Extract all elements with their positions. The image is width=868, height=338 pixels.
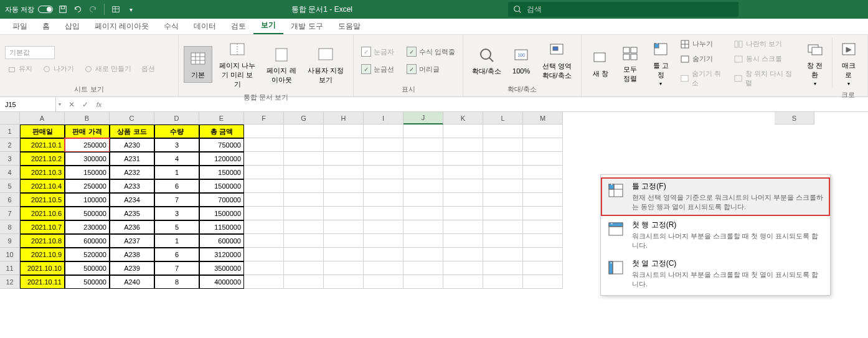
table-cell[interactable]: 2021.10.9 [20,248,65,261]
empty-cell[interactable] [284,275,324,289]
empty-cell[interactable] [523,220,563,234]
table-cell[interactable]: 4000000 [199,275,244,289]
table-cell[interactable]: A235 [110,207,154,220]
save-icon[interactable] [58,4,68,14]
table-cell[interactable]: 2021.10.7 [20,220,65,234]
empty-cell[interactable] [483,193,523,207]
empty-cell[interactable] [403,248,443,261]
row-header-9[interactable]: 9 [0,234,20,248]
col-header-I[interactable]: I [364,112,403,124]
row-header-12[interactable]: 12 [0,275,20,289]
col-header-J[interactable]: J [403,112,443,124]
col-header-E[interactable]: E [199,112,244,124]
table-cell[interactable]: A233 [110,179,154,193]
col-header-D[interactable]: D [154,112,199,124]
empty-cell[interactable] [523,207,563,220]
col-header-F[interactable]: F [244,112,284,124]
undo-icon[interactable] [73,4,83,14]
empty-cell[interactable] [364,207,403,220]
empty-cell[interactable] [443,166,483,179]
table-cell[interactable]: 500000 [65,207,110,220]
empty-cell[interactable] [244,193,284,207]
empty-cell[interactable] [403,275,443,289]
table-cell[interactable]: 250000 [65,138,110,152]
empty-cell[interactable] [364,152,403,166]
empty-cell[interactable] [244,248,284,261]
table-cell[interactable]: 5 [154,220,199,234]
freeze-first-col-menuitem[interactable]: * 첫 열 고정(C) 워크시트의 나머지 부분을 스크롤할 때 첫 열이 표시… [601,255,830,293]
empty-cell[interactable] [244,138,284,152]
empty-cell[interactable] [523,152,563,166]
empty-cell[interactable] [483,152,523,166]
table-cell[interactable]: 2021.10.4 [20,179,65,193]
empty-cell[interactable] [244,166,284,179]
empty-cell[interactable] [284,248,324,261]
empty-cell[interactable] [403,261,443,275]
empty-cell[interactable] [244,179,284,193]
empty-cell[interactable] [483,124,523,138]
empty-cell[interactable] [443,193,483,207]
empty-cell[interactable] [443,138,483,152]
empty-cell[interactable] [364,179,403,193]
zoom-100-button[interactable]: 100 100% [507,44,535,77]
redo-icon[interactable] [88,4,98,14]
col-header-S[interactable]: S [775,112,814,124]
empty-cell[interactable] [443,124,483,138]
table-cell[interactable]: 8 [154,275,199,289]
macros-button[interactable]: 매크로 ▾ [835,37,862,89]
empty-cell[interactable] [523,248,563,261]
empty-cell[interactable] [284,193,324,207]
sheet-view-default[interactable]: 기본값 [5,46,55,59]
table-header[interactable]: 판매 가격 [65,124,110,138]
empty-cell[interactable] [403,207,443,220]
empty-cell[interactable] [284,152,324,166]
table-cell[interactable]: 3 [154,207,199,220]
table-header[interactable]: 판매일 [20,124,65,138]
new-window-button[interactable]: 새 창 [587,45,614,81]
empty-cell[interactable] [403,234,443,248]
table-cell[interactable]: 750000 [199,138,244,152]
empty-cell[interactable] [443,261,483,275]
table-cell[interactable]: A234 [110,193,154,207]
empty-cell[interactable] [403,220,443,234]
table-cell[interactable]: 2021.10.10 [20,261,65,275]
table-cell[interactable]: 250000 [65,179,110,193]
freeze-panes-menuitem[interactable]: * 틀 고정(F) 현재 선택 영역을 기준으로 워크시트의 나머지 부분을 스… [601,177,830,216]
table-cell[interactable]: A238 [110,248,154,261]
table-cell[interactable]: 600000 [65,234,110,248]
empty-cell[interactable] [483,166,523,179]
tab-developer[interactable]: 개발 도구 [283,19,330,34]
row-header-4[interactable]: 4 [0,166,20,179]
empty-cell[interactable] [364,261,403,275]
row-header-11[interactable]: 11 [0,261,20,275]
empty-cell[interactable] [324,124,364,138]
fx-icon[interactable]: fx [93,99,105,110]
empty-cell[interactable] [403,166,443,179]
table-cell[interactable]: 3500000 [199,261,244,275]
tab-review[interactable]: 검토 [224,19,253,34]
table-cell[interactable]: 300000 [65,152,110,166]
empty-cell[interactable] [364,193,403,207]
arrange-button[interactable]: 모두 정렬 [616,41,644,86]
tab-pagelayout[interactable]: 페이지 레이아웃 [87,19,156,34]
table-cell[interactable]: 100000 [65,193,110,207]
empty-cell[interactable] [443,220,483,234]
table-cell[interactable]: 6 [154,248,199,261]
empty-cell[interactable] [483,179,523,193]
table-cell[interactable]: 6 [154,179,199,193]
table-cell[interactable]: 150000 [199,166,244,179]
empty-cell[interactable] [483,207,523,220]
empty-cell[interactable] [284,220,324,234]
split-button[interactable]: 나누기 [677,38,728,50]
row-header-1[interactable]: 1 [0,124,20,138]
empty-cell[interactable] [523,234,563,248]
table-cell[interactable]: 2021.10.6 [20,207,65,220]
empty-cell[interactable] [284,138,324,152]
empty-cell[interactable] [443,234,483,248]
headings-check[interactable]: ✓머리글 [404,63,442,75]
table-cell[interactable]: 500000 [65,261,110,275]
tab-formulas[interactable]: 수식 [156,19,186,34]
table-cell[interactable]: 520000 [65,248,110,261]
table-header[interactable]: 상품 코드 [110,124,154,138]
row-header-7[interactable]: 7 [0,207,20,220]
